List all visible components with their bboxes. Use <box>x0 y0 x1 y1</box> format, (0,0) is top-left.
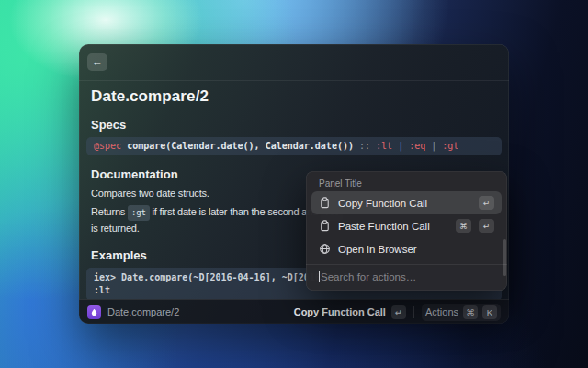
globe-icon <box>319 243 331 255</box>
panel-title: Panel Title <box>306 171 507 191</box>
doc-text: if first date is later than the second a… <box>153 206 319 217</box>
panel-rows: Copy Function Call ↵ Paste Function Call… <box>306 191 507 260</box>
text-caret <box>319 271 320 282</box>
back-button[interactable]: ← <box>87 53 107 71</box>
doc-text: Returns <box>91 206 125 217</box>
return-key-badge: ↵ <box>479 219 494 233</box>
bottom-bar-right: Copy Function Call ↵ Actions ⌘ K <box>294 304 501 321</box>
spec-token: :: <box>359 141 376 151</box>
command-key-badge: ⌘ <box>463 305 478 319</box>
return-key-badge: ↵ <box>391 305 406 319</box>
action-item-open-in-browser[interactable]: Open in Browser <box>311 237 502 260</box>
action-item-copy-function-call[interactable]: Copy Function Call ↵ <box>311 191 502 214</box>
spec-token: | <box>392 141 409 151</box>
bottom-bar: Date.compare/2 Copy Function Call ↵ Acti… <box>79 299 509 324</box>
panel-scrollbar[interactable] <box>503 239 506 276</box>
clipboard-icon <box>319 197 331 209</box>
spec-token: @spec <box>94 141 127 151</box>
app-label: Date.compare/2 <box>107 306 179 317</box>
bar-divider <box>413 306 414 318</box>
actions-panel: Panel Title Copy Function Call ↵ Paste F… <box>306 171 507 291</box>
return-key-badge: ↵ <box>479 196 494 210</box>
spec-code-block: @spec compare(Calendar.date(), Calendar.… <box>86 137 502 155</box>
primary-action-button[interactable]: Copy Function Call <box>294 306 386 317</box>
command-key-badge: ⌘ <box>456 219 471 233</box>
elixir-drop-icon <box>87 305 101 319</box>
specs-heading: Specs <box>91 118 497 132</box>
window-header: ← <box>79 44 509 81</box>
actions-button[interactable]: Actions ⌘ K <box>422 304 501 321</box>
doc-text: is returned. <box>91 223 140 234</box>
action-item-label: Open in Browser <box>338 244 417 255</box>
action-item-label: Paste Function Call <box>338 221 430 232</box>
actions-search-input[interactable]: Search for actions… <box>306 264 507 289</box>
spec-token: :lt <box>376 141 392 151</box>
action-item-label: Copy Function Call <box>338 198 427 209</box>
spec-token: :gt <box>442 141 458 151</box>
actions-label: Actions <box>425 306 458 317</box>
spec-token: compare(Calendar.date(), Calendar.date()… <box>127 141 359 151</box>
inline-code-chip: :gt <box>128 205 150 221</box>
k-key-badge: K <box>482 305 497 319</box>
action-item-paste-function-call[interactable]: Paste Function Call ⌘ ↵ <box>311 214 502 237</box>
search-placeholder: Search for actions… <box>321 271 416 282</box>
spec-token: | <box>425 141 442 151</box>
clipboard-icon <box>319 220 331 232</box>
spec-token: :eq <box>409 141 425 151</box>
page-title: Date.compare/2 <box>91 87 497 106</box>
